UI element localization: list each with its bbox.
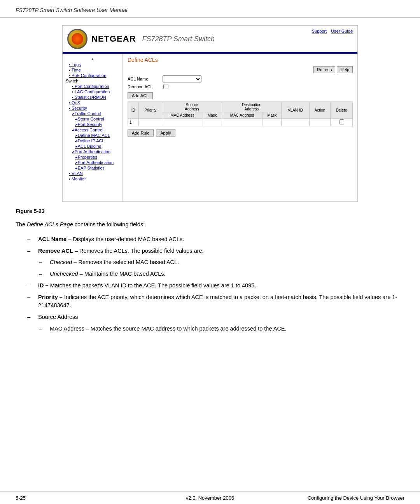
page-header: FS728TP Smart Switch Software User Manua… (0, 0, 420, 18)
list-item-remove-acl: – Remove ACL – Removes the ACLs. The pos… (16, 247, 404, 256)
list-content: MAC Address – Matches the source MAC add… (50, 325, 404, 333)
list-dash: – (39, 325, 42, 333)
sidebar-item-traffic-control[interactable]: ▪Traffic Control (63, 111, 122, 116)
sidebar-item-port-security[interactable]: ▪Port Security (63, 122, 122, 127)
help-button[interactable]: Help (337, 66, 353, 73)
toolbar: Refresh Help (128, 66, 353, 73)
sidebar-item-statistics[interactable]: Statistics/RMON (63, 94, 122, 100)
cell-src-mask (203, 119, 222, 126)
col-src-mac: MAC Address (162, 112, 203, 119)
col-vlan-id: VLAN ID (282, 102, 309, 119)
acl-name-row: ACL Name (128, 75, 353, 82)
bottom-buttons: Add Rule Apply (128, 130, 353, 139)
list-dash: – (27, 293, 30, 310)
sidebar-item-logs[interactable]: Logs (63, 62, 122, 67)
list-content: ACL Name – Displays the user-defined MAC… (38, 235, 404, 244)
term-bold: ID – (38, 282, 49, 289)
list-item-acl-name: – ACL Name – Displays the user-defined M… (16, 235, 404, 244)
list-dash: – (39, 258, 42, 267)
logo-inner (72, 33, 83, 45)
user-guide-link[interactable]: User Guide (331, 29, 353, 33)
panel-title: Define ACLs (128, 57, 353, 63)
col-priority: Priority (139, 102, 162, 119)
brand-name: NETGEAR (91, 34, 136, 44)
list-content: Checked – Removes the selected MAC based… (50, 258, 404, 267)
list-content: Remove ACL – Removes the ACLs. The possi… (38, 247, 404, 256)
remove-acl-row: Remove ACL (128, 84, 353, 89)
sidebar-item-port-config[interactable]: Port Configuration (63, 84, 122, 89)
sidebar-item-acl-binding[interactable]: ▪ACL Binding (63, 144, 122, 149)
add-acl-button[interactable]: Add ACL (128, 92, 153, 99)
cell-vlan-id (282, 119, 309, 126)
term-bold: Remove ACL (38, 248, 73, 254)
sidebar-item-port-auth[interactable]: ▪Port Authentication (63, 149, 122, 154)
ng-main-panel: Define ACLs Refresh Help ACL Name Remove… (123, 54, 357, 201)
netgear-logo (67, 29, 88, 49)
term-bold: ACL Name (38, 236, 66, 242)
acl-table: ID Priority SourceAddress DestinationAdd… (128, 102, 353, 126)
sidebar-item-eap-stats[interactable]: ▪EAP Statistics (63, 165, 122, 171)
list-item-priority: – Priority – Indicates the ACE priority,… (16, 293, 404, 310)
intro-text: The Define ACLs Page contains the follow… (16, 220, 404, 229)
term-bold: Priority – (38, 294, 63, 300)
list-item-id: – ID – Matches the packet's VLAN ID to t… (16, 282, 404, 290)
remove-acl-checkbox[interactable] (163, 84, 168, 89)
col-id: ID (128, 102, 139, 119)
list-dash: – (39, 270, 42, 278)
sidebar-section-switch: Switch (63, 78, 122, 84)
sidebar-item-qos[interactable]: QoS (63, 100, 122, 105)
add-rule-button[interactable]: Add Rule (128, 130, 154, 136)
sidebar-item-define-ip-acl[interactable]: ▪Define IP ACL (63, 138, 122, 144)
figure-label: Figure 5-23 (16, 208, 404, 214)
cell-action (309, 119, 331, 126)
list-item-source-address: – Source Address (16, 313, 404, 322)
cell-priority (139, 119, 162, 126)
sidebar-item-lag-config[interactable]: LAG Configuration (63, 89, 122, 94)
term-italic: Unchecked (50, 271, 78, 277)
list-content: ID – Matches the packet's VLAN ID to the… (38, 282, 404, 290)
table-row: 1 (128, 119, 353, 126)
header-links: Support User Guide (309, 29, 353, 33)
page-footer: 5-25 v2.0, November 2006 Configuring the… (0, 492, 420, 504)
sidebar-item-time[interactable]: Time (63, 67, 122, 73)
scroll-up-arrow[interactable]: ▲ (63, 56, 122, 62)
sidebar-item-define-mac-acl[interactable]: ▪Define MAC ACL (63, 133, 122, 138)
acl-name-select[interactable] (163, 75, 201, 82)
acl-name-label: ACL Name (128, 77, 163, 81)
sidebar-item-access-control[interactable]: ▪Access Control (63, 127, 122, 133)
sidebar-item-properties[interactable]: ▪Properties (63, 154, 122, 160)
sidebar-item-poe[interactable]: PoE Configuration (63, 73, 122, 78)
sidebar-item-port-auth2[interactable]: ▪Port Authentication (63, 160, 122, 165)
col-dst-mask: Mask (262, 112, 282, 119)
list-item-unchecked: – Unchecked – Maintains the MAC based AC… (39, 270, 404, 278)
list-dash: – (27, 247, 30, 256)
col-dst-mac: MAC Address (222, 112, 262, 119)
ng-header: NETGEAR FS728TP Smart Switch Support Use… (63, 26, 357, 54)
list-content: Unchecked – Maintains the MAC based ACLs… (50, 270, 404, 278)
footer-right: Configuring the Device Using Your Browse… (308, 495, 404, 501)
sidebar-item-vlan[interactable]: VLAN (63, 171, 122, 176)
manual-title: FS728TP Smart Switch Software User Manua… (16, 7, 127, 13)
sidebar-item-storm-control[interactable]: ▪Storm Control (63, 116, 122, 122)
remove-acl-label: Remove ACL (128, 84, 163, 89)
list-dash: – (27, 235, 30, 244)
sidebar-item-security[interactable]: Security (63, 105, 122, 111)
sidebar: ▲ Logs Time PoE Configuration Switch Por… (63, 54, 123, 201)
logo-area: NETGEAR FS728TP Smart Switch (67, 29, 215, 49)
apply-button[interactable]: Apply (156, 130, 175, 136)
page-name-italic: Define ACLs Page (27, 221, 73, 228)
footer-left: 5-25 (16, 495, 26, 501)
col-dest-addr: DestinationAddress (222, 102, 282, 112)
product-name: FS728TP Smart Switch (142, 35, 215, 43)
cell-delete[interactable] (331, 119, 353, 126)
list-item-mac-address: – MAC Address – Matches the source MAC a… (39, 325, 404, 333)
screenshot-box: NETGEAR FS728TP Smart Switch Support Use… (62, 25, 358, 202)
support-link[interactable]: Support (312, 29, 327, 33)
list-dash: – (27, 282, 30, 290)
refresh-button[interactable]: Refresh (313, 66, 336, 73)
cell-dst-mask (262, 119, 282, 126)
delete-checkbox[interactable] (339, 119, 344, 124)
col-action: Action (309, 102, 331, 119)
sidebar-item-monitor[interactable]: Monitor (63, 176, 122, 182)
col-delete: Delete (331, 102, 353, 119)
